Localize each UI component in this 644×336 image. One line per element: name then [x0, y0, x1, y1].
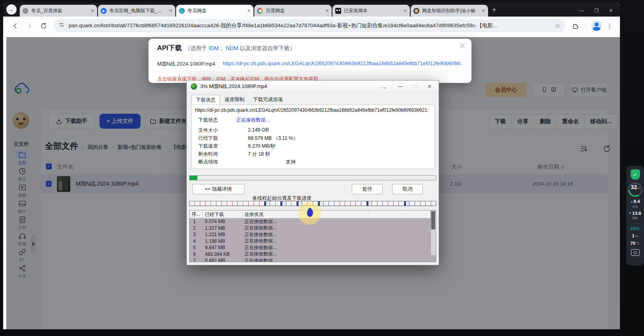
download-arrow-icon [629, 212, 631, 214]
idm-link[interactable]: IDM [208, 45, 219, 51]
idm-field-label: 已经下载 [198, 135, 218, 142]
upload-speed: 9.4 [634, 199, 640, 204]
thread-segment [200, 201, 206, 206]
idm-tab-下载状态[interactable]: 下载状态 [192, 95, 220, 105]
cancel-button[interactable]: 取消 [392, 184, 423, 194]
navbar-divider [586, 22, 586, 30]
api-download-dialog: API下载 （适用于 IDM， NDM 以及浏览器自带下载） ✕ M国N战.20… [148, 39, 471, 83]
minimize-button[interactable]: — [579, 8, 584, 13]
thread-segment [415, 201, 421, 206]
browser-tab-4[interactable]: 百度网盘✕ [254, 5, 332, 17]
tab-close-icon[interactable]: ✕ [482, 8, 485, 13]
idm-app-icon [191, 83, 197, 90]
pause-button[interactable]: 暂停 [352, 184, 383, 194]
idm-tab-速度限制[interactable]: 速度限制 [221, 95, 248, 105]
baidu-pan-favicon [257, 8, 263, 14]
monitor-divider [630, 223, 640, 223]
tab-close-icon[interactable]: ✕ [404, 8, 407, 13]
new-tab-button[interactable]: + [492, 6, 496, 14]
idm-field-label: 断点续传 [198, 159, 218, 165]
tab-close-icon[interactable]: ✕ [325, 8, 329, 13]
window-controls: — ❐ ✕ [579, 8, 620, 17]
thread-segment [195, 201, 201, 206]
thread-row[interactable]: 41.198 MB正在接收数据... [190, 238, 432, 244]
ndm-link[interactable]: NDM [226, 45, 238, 51]
tab-label: 百度网盘 [266, 8, 323, 14]
idm-tab-下载完成选项[interactable]: 下载完成选项 [249, 95, 287, 105]
close-button[interactable]: ✕ [609, 8, 613, 13]
thread-downloaded: 0.482 MB [203, 257, 242, 262]
profile-avatar[interactable] [591, 21, 602, 31]
idm-field-label: 文件大小 [198, 127, 218, 134]
thread-row[interactable]: 31.221 MB正在接收数据... [190, 231, 432, 238]
browser-tab-6[interactable]: 网盘智能识别助手|油小猴✕ [411, 5, 488, 17]
thread-downloaded: 9.647 MB [203, 244, 242, 250]
thread-segment [211, 201, 216, 206]
forward-icon[interactable] [24, 20, 35, 31]
thread-segment [276, 201, 281, 206]
thread-segment [281, 201, 286, 206]
idm-minimize-button[interactable]: — [398, 84, 403, 89]
screenshot-camera-icon[interactable] [631, 249, 640, 256]
browser-tab-5[interactable]: 已安装脚本✕ [332, 5, 410, 17]
thread-segment [291, 201, 297, 206]
browser-tab-2[interactable]: 夸克官网_电脑版下载_你的✕ [98, 5, 175, 17]
thread-segment [270, 201, 276, 206]
idm-maximize-button[interactable]: □ [414, 84, 417, 89]
thread-status: 正在接收数据... [242, 257, 368, 262]
tab-label: 网盘智能识别助手|油小猴 [422, 8, 479, 14]
thread-col-header[interactable]: 序... [190, 210, 203, 218]
thread-col-header[interactable]: 已经下载 [203, 210, 242, 218]
idm-titlebar[interactable]: 3% M国N战.2024.1080P.mp4 → — □ ✕ [187, 81, 439, 93]
thread-segment [286, 201, 292, 206]
browser-window: ⌄ 夸克_百度搜索✕夸克官网_电脑版下载_你的✕夸克网盘✕百度网盘✕已安装脚本✕… [3, 2, 620, 329]
thread-segment [409, 201, 415, 206]
thread-segment [421, 201, 426, 206]
thread-row[interactable]: 6483.394 KB正在接收数据... [190, 251, 432, 257]
thread-segment [318, 201, 324, 206]
thread-downloaded: 1.327 MB [203, 225, 242, 231]
idm-close-button[interactable]: ✕ [428, 84, 432, 89]
thread-row[interactable]: 70.482 MB正在接收数据... [190, 257, 432, 262]
upload-arrow-icon [631, 201, 633, 203]
bookmark-star-icon[interactable]: ☆ [555, 22, 560, 30]
url-bar[interactable]: pan.quark.cn/list#/list/all/7276cb8f6857… [54, 19, 565, 32]
thread-segment [431, 201, 436, 206]
thread-table-scrollbar[interactable] [430, 210, 436, 255]
tabs-container: 夸克_百度搜索✕夸克官网_电脑版下载_你的✕夸克网盘✕百度网盘✕已安装脚本✕网盘… [20, 5, 489, 17]
browser-tab-3[interactable]: 夸克网盘✕ [176, 5, 253, 17]
quark-gray-favicon [23, 8, 28, 14]
thread-segment [243, 201, 249, 206]
browser-tab-1[interactable]: 夸克_百度搜索✕ [20, 5, 97, 17]
site-settings-icon[interactable] [58, 22, 65, 30]
thread-segment [222, 201, 227, 206]
idm-go-arrow-icon[interactable]: → [381, 83, 387, 90]
scrollbar-thumb[interactable] [431, 211, 435, 229]
tab-search-chevron-icon[interactable]: ⌄ [6, 4, 17, 15]
system-monitor-widget[interactable]: ✓ 32% 9.4 K/s 13.8 M/s CPU 1% 70°C [626, 166, 644, 265]
url-text[interactable]: pan.quark.cn/list#/list/all/7276cb8f6857… [69, 22, 552, 29]
api-download-link[interactable]: https://dl-pc-zb.pds.quark.cn/LEGALqnX/2… [223, 60, 461, 66]
thread-downloaded: 5.074 MB [203, 218, 242, 224]
download-speed: 13.8 [632, 211, 641, 216]
browser-menu-icon[interactable]: ⋮ [606, 22, 613, 30]
idm-progress-bar [189, 175, 436, 180]
maximize-button[interactable]: ❐ [594, 8, 599, 13]
tab-close-icon[interactable]: ✕ [91, 8, 94, 13]
back-icon[interactable] [9, 20, 21, 31]
extensions-icon[interactable] [570, 20, 581, 31]
tampermonkey-favicon [335, 8, 341, 14]
thread-row[interactable]: 21.327 MB正在接收数据... [190, 225, 432, 231]
thread-seq: 3 [190, 231, 203, 237]
mouse-cursor [305, 207, 314, 220]
tab-close-icon[interactable]: ✕ [169, 8, 173, 13]
thread-segment [383, 201, 388, 206]
thread-segment [345, 201, 351, 206]
api-dialog-close-icon[interactable]: ✕ [459, 41, 466, 51]
hide-details-button[interactable]: << 隐藏详情 [192, 184, 244, 194]
tab-close-icon[interactable]: ✕ [247, 8, 251, 13]
thread-segment [265, 201, 270, 206]
thread-row[interactable]: 59.647 MB正在接收数据... [190, 244, 432, 251]
refresh-icon[interactable] [38, 20, 49, 31]
desktop: ⌄ 夸克_百度搜索✕夸克官网_电脑版下载_你的✕夸克网盘✕百度网盘✕已安装脚本✕… [0, 0, 644, 336]
